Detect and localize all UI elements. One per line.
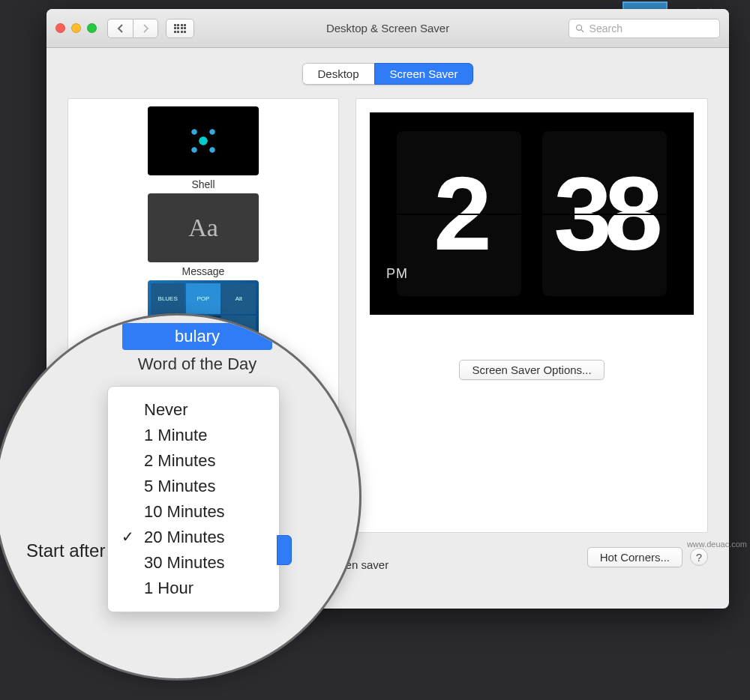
search-field[interactable] [568,19,720,38]
svg-line-1 [581,29,584,31]
help-button[interactable]: ? [690,548,708,566]
close-icon[interactable] [56,23,65,33]
menu-item-1hour[interactable]: 1 Hour [108,576,279,601]
menu-item-10min[interactable]: 10 Minutes [108,499,279,525]
menu-item-20min[interactable]: 20 Minutes [108,525,279,550]
start-after-menu: Never 1 Minute 2 Minutes 5 Minutes 10 Mi… [107,386,280,612]
search-input[interactable] [590,22,713,34]
tab-screensaver[interactable]: Screen Saver [374,63,474,85]
screensaver-options-button[interactable]: Screen Saver Options... [459,360,604,380]
back-button[interactable] [107,19,133,38]
nav-buttons [107,19,158,38]
clock-hours: 2 [397,131,521,296]
start-after-label-zoomed: Start after [26,540,105,561]
magnifier-overlay: bulary Word of the Day Never 1 Minute 2 … [0,313,362,681]
message-thumb: Aa [148,193,259,262]
forward-button[interactable] [133,19,158,38]
dropdown-edge [277,535,292,565]
saver-label: Shell [148,178,259,190]
menu-item-1min[interactable]: 1 Minute [108,423,279,448]
clock-minutes: 38 [542,131,667,296]
grid-icon [174,24,187,33]
hot-corners-button[interactable]: Hot Corners... [587,547,682,567]
search-icon [575,23,585,34]
shell-icon [181,118,226,163]
menu-item-5min[interactable]: 5 Minutes [108,474,279,499]
show-all-button[interactable] [166,19,194,38]
menu-item-30min[interactable]: 30 Minutes [108,550,279,576]
clock-ampm: PM [386,266,408,282]
saver-shell[interactable]: Shell [148,106,259,190]
saver-message[interactable]: Aa Message [148,193,259,277]
screensaver-preview: 2 38 PM [370,112,694,315]
watermark: www.deuac.com [687,540,747,549]
tab-bar: Desktop Screen Saver [46,48,729,98]
preview-panel: 2 38 PM Screen Saver Options... [356,98,708,533]
menu-item-2min[interactable]: 2 Minutes [108,448,279,474]
saver-label-zoomed: Word of the Day [55,354,340,374]
zoom-icon[interactable] [87,23,97,33]
window-toolbar: Desktop & Screen Saver [46,9,729,48]
tab-desktop[interactable]: Desktop [302,63,374,85]
saver-label: Message [148,265,259,277]
menu-item-never[interactable]: Never [108,397,279,423]
minimize-icon[interactable] [71,23,81,33]
svg-point-0 [577,25,582,30]
traffic-lights [56,23,97,33]
